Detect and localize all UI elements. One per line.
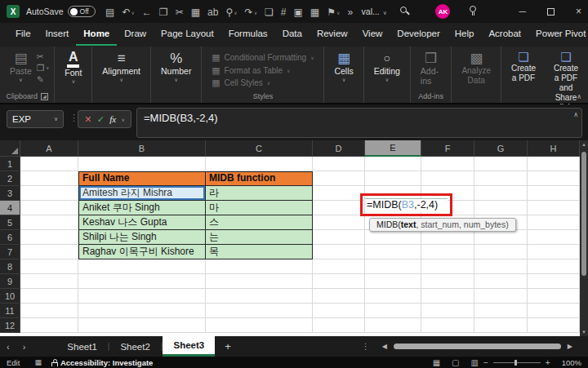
tab-file[interactable]: File (8, 24, 38, 46)
cell-C12[interactable] (206, 318, 313, 333)
cell-H5[interactable] (528, 215, 580, 230)
sheet-tab-sheet2[interactable]: Sheet2 (109, 336, 160, 357)
macro-record-icon[interactable]: ▦ (34, 358, 42, 366)
lightbulb-icon[interactable] (468, 6, 478, 17)
copy-icon[interactable]: ❐∨ (37, 63, 49, 73)
column-header-C[interactable]: C (206, 140, 313, 157)
new-file-icon[interactable]: ❏ (265, 7, 274, 18)
cell-E8[interactable] (365, 259, 421, 274)
cell-C8[interactable] (206, 259, 313, 274)
excel-logo-icon[interactable]: X (7, 5, 20, 18)
tab-insert[interactable]: Insert (38, 24, 77, 46)
tab-home[interactable]: Home (76, 24, 117, 46)
column-header-B[interactable]: B (78, 140, 206, 157)
cell-F11[interactable] (421, 304, 474, 318)
maximize-button[interactable] (547, 8, 555, 16)
cell-D9[interactable] (313, 274, 365, 289)
cell-A10[interactable] (20, 289, 78, 304)
copy-icon[interactable]: ❐ (159, 7, 168, 18)
cell-B4[interactable]: Aniket 쿠마 Singh (78, 201, 206, 215)
column-header-E[interactable]: E (365, 140, 421, 157)
back-icon[interactable]: ← (142, 7, 152, 18)
row-header-3[interactable]: 3 (0, 186, 20, 201)
camera-icon[interactable]: ▣ (294, 7, 303, 18)
cell-G11[interactable] (474, 304, 528, 318)
cell-A8[interactable] (20, 259, 78, 274)
cell-H12[interactable] (528, 318, 580, 333)
cell-D12[interactable] (313, 318, 365, 333)
normal-view-icon[interactable]: ▦ (433, 358, 440, 367)
cell-A9[interactable] (20, 274, 78, 289)
row-header-1[interactable]: 1 (0, 157, 20, 171)
cell-C10[interactable] (206, 289, 313, 304)
overflow-icon[interactable]: » (347, 7, 353, 18)
zoom-level[interactable]: 100% (562, 358, 581, 367)
cell-C4[interactable]: 마 (206, 201, 313, 215)
cell-A11[interactable] (20, 304, 78, 318)
cell-E10[interactable] (365, 289, 421, 304)
autosave-toggle[interactable]: Off (68, 6, 96, 17)
cell-G2[interactable] (474, 171, 528, 186)
undo-icon[interactable]: ↶∨ (122, 7, 134, 18)
vertical-scrollbar[interactable]: ▲ ▼ (580, 140, 588, 336)
cell-E11[interactable] (365, 304, 421, 318)
cell-A12[interactable] (20, 318, 78, 333)
formula-input[interactable]: =MIDB(B3,-2,4) (136, 108, 582, 138)
tab-power-pivot[interactable]: Power Pivot (528, 24, 588, 46)
cell-G9[interactable] (474, 274, 528, 289)
cell-D4[interactable] (313, 201, 365, 215)
insert-function-icon[interactable]: fx (109, 114, 116, 124)
cell-D8[interactable] (313, 259, 365, 274)
cell-G6[interactable] (474, 230, 528, 245)
cell-C7[interactable]: 목 (206, 245, 313, 259)
cell-H6[interactable] (528, 230, 580, 245)
scroll-up-icon[interactable]: ▲ (580, 140, 588, 149)
column-header-H[interactable]: H (528, 140, 580, 157)
cell-C9[interactable] (206, 274, 313, 289)
cell-A4[interactable] (20, 201, 78, 215)
cell-A7[interactable] (20, 245, 78, 259)
cell-A1[interactable] (20, 157, 78, 171)
cell-F7[interactable] (421, 245, 474, 259)
tab-options-icon[interactable]: ⋮ (354, 342, 378, 351)
sheet-tab-sheet3[interactable]: Sheet3 (163, 336, 215, 357)
cell-G12[interactable] (474, 318, 528, 333)
tab-view[interactable]: View (355, 24, 390, 46)
cell-E7[interactable] (365, 245, 421, 259)
row-header-6[interactable]: 6 (0, 230, 20, 245)
styles-item-cell-styles[interactable]: ▦Cell Styles∨ (212, 78, 314, 88)
column-header-F[interactable]: F (421, 140, 474, 157)
scroll-down-icon[interactable]: ▼ (580, 328, 588, 336)
cell-B8[interactable] (78, 259, 206, 274)
column-header-A[interactable]: A (20, 140, 78, 157)
cell-B6[interactable]: Shilpi 나는 Singh (78, 230, 206, 245)
row-header-12[interactable]: 12 (0, 318, 20, 333)
row-header-10[interactable]: 10 (0, 289, 20, 304)
column-header-G[interactable]: G (474, 140, 528, 157)
cell-G8[interactable] (474, 259, 528, 274)
tab-draw[interactable]: Draw (117, 24, 154, 46)
cell-A6[interactable] (20, 230, 78, 245)
analyze-data-button[interactable]: ▩ AnalyzeData (457, 50, 496, 86)
cell-H4[interactable] (528, 201, 580, 215)
page-layout-view-icon[interactable]: ▢ (452, 358, 459, 367)
cell-F9[interactable] (421, 274, 474, 289)
font-button[interactable]: A Font ∨ (60, 50, 87, 86)
cell-D3[interactable] (313, 186, 365, 201)
row-header-5[interactable]: 5 (0, 215, 20, 230)
cell-D1[interactable] (313, 157, 365, 171)
collapse-ribbon-icon[interactable]: ∧ (577, 93, 581, 100)
redo-icon[interactable]: ↷∨ (245, 7, 257, 18)
row-header-9[interactable]: 9 (0, 274, 20, 289)
export-icon[interactable]: ⚑∨ (327, 7, 340, 18)
cell-E6[interactable] (365, 230, 421, 245)
cell-G1[interactable] (474, 157, 528, 171)
cell-B11[interactable] (78, 304, 206, 318)
cell-B5[interactable]: Keshav 나스 Gupta (78, 215, 206, 230)
spelling-icon[interactable]: ab (207, 7, 218, 18)
cell-F2[interactable] (421, 171, 474, 186)
cell-C11[interactable] (206, 304, 313, 318)
row-header-8[interactable]: 8 (0, 259, 20, 274)
cell-B10[interactable] (78, 289, 206, 304)
close-button[interactable]: × (576, 6, 581, 17)
